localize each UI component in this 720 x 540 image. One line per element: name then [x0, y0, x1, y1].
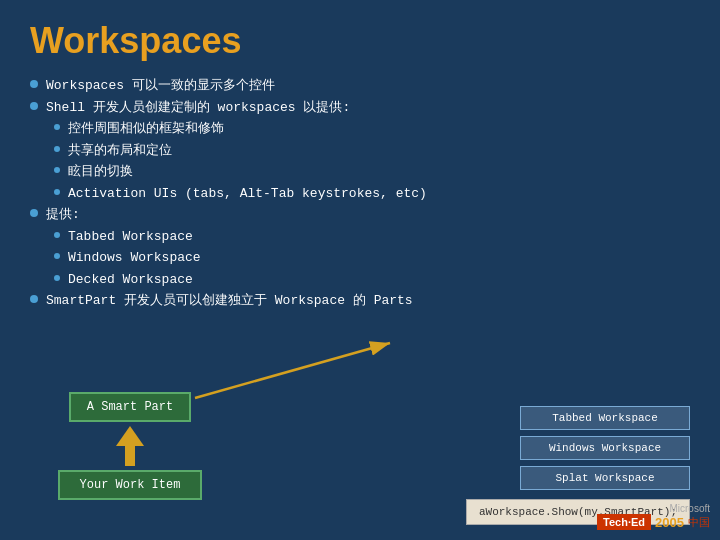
- teched-logo: Tech·Ed 2005 中国: [597, 514, 710, 530]
- diagram-area: A Smart Part Your Work Item Tabbed Works…: [30, 392, 690, 500]
- bullet-dot: [54, 275, 60, 281]
- bullet-dot: [30, 80, 38, 88]
- diagram-arrow-svg: [195, 338, 405, 418]
- list-item: Windows Workspace: [54, 248, 690, 268]
- arrow-shaft: [125, 446, 135, 466]
- list-item: Tabbed Workspace: [54, 227, 690, 247]
- slide-title: Workspaces: [30, 20, 690, 62]
- list-item: Decked Workspace: [54, 270, 690, 290]
- arrow-up-icon: [116, 426, 144, 446]
- list-item: Activation UIs (tabs, Alt-Tab keystrokes…: [54, 184, 690, 204]
- bullet-dot: [54, 189, 60, 195]
- svg-line-1: [195, 343, 390, 398]
- microsoft-logo: Microsoft: [669, 503, 710, 514]
- work-item-box: Your Work Item: [58, 470, 203, 500]
- logo-area: Microsoft Tech·Ed 2005 中国: [597, 503, 710, 530]
- list-item: Workspaces 可以一致的显示多个控件: [30, 76, 690, 96]
- teched-badge: Tech·Ed: [597, 514, 651, 530]
- bullet-dot: [30, 209, 38, 217]
- bullet-dot: [30, 295, 38, 303]
- tabbed-workspace-box: Tabbed Workspace: [520, 406, 690, 430]
- list-item: Shell 开发人员创建定制的 workspaces 以提供:: [30, 98, 690, 118]
- bullet-dot: [54, 253, 60, 259]
- list-item: 共享的布局和定位: [54, 141, 690, 161]
- list-item: 提供:: [30, 205, 690, 225]
- workspace-boxes: Tabbed Workspace Windows Workspace Splat…: [250, 406, 690, 490]
- slide: Workspaces Workspaces 可以一致的显示多个控件 Shell …: [0, 0, 720, 540]
- splat-workspace-box: Splat Workspace: [520, 466, 690, 490]
- list-item: 眩目的切换: [54, 162, 690, 182]
- year-text: 2005: [655, 515, 684, 530]
- list-item: SmartPart 开发人员可以创建独立于 Workspace 的 Parts: [30, 291, 690, 311]
- bullet-dot: [54, 167, 60, 173]
- bullet-dot: [54, 146, 60, 152]
- smart-part-box: A Smart Part: [69, 392, 191, 422]
- list-item: 控件周围相似的框架和修饰: [54, 119, 690, 139]
- bullet-dot: [54, 124, 60, 130]
- bullet-dot: [30, 102, 38, 110]
- windows-workspace-box: Windows Workspace: [520, 436, 690, 460]
- china-text: 中国: [688, 515, 710, 530]
- bullet-list: Workspaces 可以一致的显示多个控件 Shell 开发人员创建定制的 w…: [30, 76, 690, 311]
- bullet-dot: [54, 232, 60, 238]
